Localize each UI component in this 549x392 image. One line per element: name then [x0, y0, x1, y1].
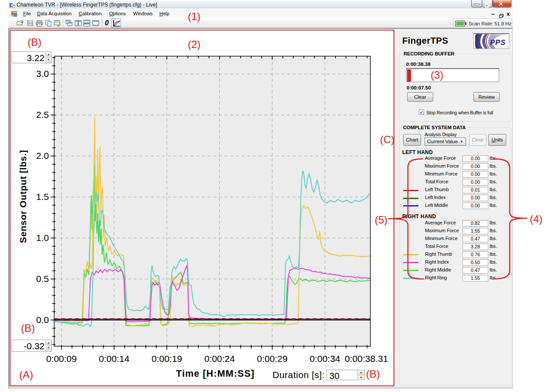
svg-text:0:00:34: 0:00:34: [310, 354, 340, 364]
svg-text:PPS: PPS: [490, 38, 506, 46]
svg-text:3.0: 3.0: [36, 69, 49, 79]
svg-text:1.5: 1.5: [36, 192, 49, 202]
svg-text:0:00:38.31: 0:00:38.31: [345, 354, 388, 364]
svg-text:1.0: 1.0: [36, 233, 49, 243]
svg-text:0.5: 0.5: [36, 274, 49, 284]
svg-text:Time [H:MM:SS]: Time [H:MM:SS]: [176, 368, 255, 379]
svg-text:0:00:19: 0:00:19: [152, 354, 182, 364]
svg-text:Sensor Output [lbs.]: Sensor Output [lbs.]: [18, 150, 28, 243]
svg-text:0:00:29: 0:00:29: [257, 354, 287, 364]
svg-text:2.0: 2.0: [36, 151, 49, 161]
svg-text:0:00:24: 0:00:24: [204, 354, 235, 364]
svg-text:0:00:09: 0:00:09: [46, 354, 77, 364]
svg-text:0.0: 0.0: [36, 315, 49, 325]
svg-text:0:00:14: 0:00:14: [99, 354, 129, 364]
svg-text:2.5: 2.5: [36, 110, 49, 120]
